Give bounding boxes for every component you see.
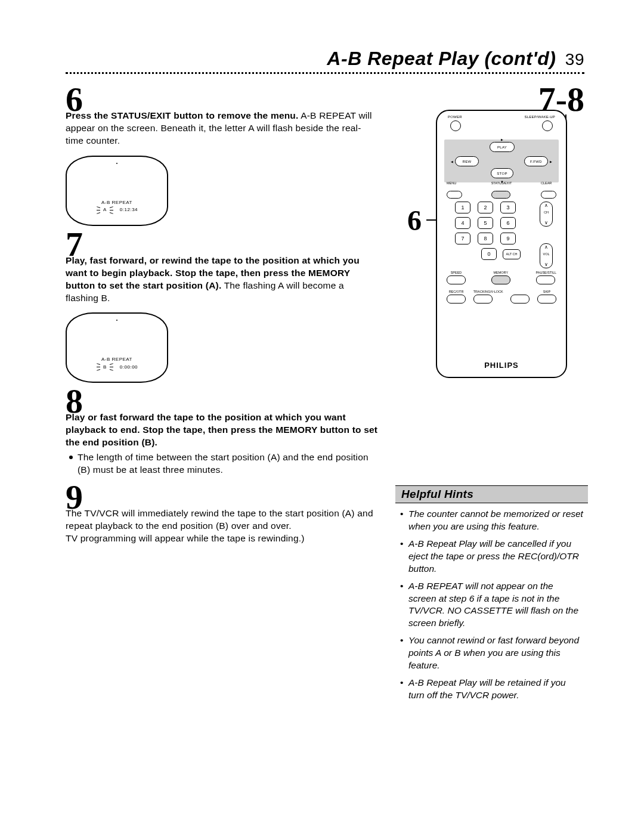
osd-letter: B — [103, 364, 107, 370]
remote-illustration: POWER SLEEP/WAKE-UP PLAY REW F.FWD STOP — [436, 110, 565, 378]
sleep-button[interactable] — [542, 120, 553, 131]
volume-rocker[interactable]: VOL — [540, 243, 553, 268]
power-button[interactable] — [450, 120, 461, 131]
osd-label: A-B REPEAT — [101, 200, 132, 205]
callout-6: 6 — [407, 206, 422, 235]
recotr-button[interactable] — [447, 295, 466, 304]
channel-rocker[interactable]: CH — [540, 202, 553, 227]
step-line2: TV programming will appear while the tap… — [66, 533, 305, 543]
two-column-layout: 6 Press the STATUS/EXIT button to remove… — [66, 85, 584, 551]
step-text: Play or fast forward the tape to the pos… — [66, 386, 379, 476]
osd-counter: 0:12:34 — [120, 207, 138, 212]
transport-cluster: PLAY REW F.FWD STOP — [444, 140, 559, 182]
step-9: 9 The TV/VCR will immediately rewind the… — [66, 482, 379, 545]
label-tracking: TRACKING/V-LOCK — [473, 290, 503, 293]
number-pad: 1 2 3 4 5 6 7 8 9 — [455, 202, 517, 244]
flash-rays-icon — [110, 207, 117, 213]
numkey-2[interactable]: 2 — [478, 202, 493, 213]
hint-item: A-B REPEAT will not appear on the screen… — [400, 580, 583, 630]
step-text: The TV/VCR will immediately rewind the t… — [66, 482, 379, 545]
helpful-hints-list: The counter cannot be memorized or reset… — [395, 503, 588, 702]
zero-altch-row: 0 ALT CH — [455, 248, 521, 260]
tracking-minus-button[interactable] — [473, 295, 493, 304]
numkey-6[interactable]: 6 — [500, 217, 516, 229]
page-title: A-B Repeat Play (cont'd) 39 — [66, 48, 584, 70]
label-status-exit: STATUS/EXIT — [491, 181, 512, 185]
step-7: 7 Play, fast forward, or rewind the tape… — [66, 230, 379, 305]
step-number: 9 — [66, 480, 83, 515]
remote-top-labels: POWER SLEEP/WAKE-UP — [448, 115, 555, 119]
status-exit-button[interactable] — [491, 191, 510, 199]
step-6: 6 Press the STATUS/EXIT button to remove… — [66, 85, 379, 147]
step-text: Play, fast forward, or rewind the tape t… — [66, 230, 379, 305]
memory-button[interactable] — [491, 275, 510, 284]
flash-rays-icon — [93, 364, 100, 370]
osd-letter: A — [103, 207, 107, 212]
flash-rays-icon — [93, 207, 100, 213]
osd-line2: A 0:12:34 — [93, 207, 138, 213]
bullet-item: The length of time between the start pos… — [66, 449, 379, 476]
label-recotr: REC/OTR — [447, 290, 466, 293]
label-pause: PAUSE/STILL — [536, 271, 556, 274]
ffwd-button[interactable]: F.FWD — [524, 156, 548, 166]
instruction-column: 6 Press the STATUS/EXIT button to remove… — [66, 85, 379, 551]
manual-page: A-B Repeat Play (cont'd) 39 6 Press the … — [0, 0, 644, 833]
label-power: POWER — [448, 115, 462, 119]
tv-screen-illustration-b: A-B REPEAT B 0:00:00 — [66, 312, 168, 383]
step-number: 8 — [66, 384, 83, 419]
speed-button[interactable] — [447, 275, 466, 284]
tv-dot — [116, 320, 117, 321]
channel-volume-rockers: CH VOL — [540, 202, 553, 268]
numkey-1[interactable]: 1 — [455, 202, 470, 213]
menu-button[interactable] — [447, 191, 462, 199]
step-bold: Press the STATUS/EXIT button to remove t… — [66, 110, 299, 120]
numkey-9[interactable]: 9 — [500, 233, 516, 244]
hint-item: You cannot rewind or fast forward beyond… — [400, 634, 583, 672]
label-memory: MEMORY — [491, 271, 510, 274]
page-number: 39 — [565, 50, 584, 69]
label-skip: SKIP — [537, 290, 556, 293]
step-number: 6 — [66, 82, 83, 117]
numkey-7[interactable]: 7 — [455, 233, 470, 244]
tracking-plus-button[interactable] — [510, 295, 530, 304]
osd-counter: 0:00:00 — [120, 364, 138, 370]
divider — [66, 72, 584, 74]
osd-line2: B 0:00:00 — [93, 364, 138, 370]
label-sleep: SLEEP/WAKE-UP — [525, 115, 555, 119]
step-number: 7 — [66, 227, 83, 262]
clear-button[interactable] — [541, 191, 556, 199]
rewind-button[interactable]: REW — [455, 156, 479, 166]
helpful-hints-title: Helpful Hints — [395, 485, 588, 503]
diagram-column: 7-8 6 POWER SLEEP/WAKE-UP — [392, 85, 584, 551]
numkey-4[interactable]: 4 — [455, 217, 470, 229]
numkey-0[interactable]: 0 — [481, 248, 497, 260]
speed-memory-pause-row: SPEED MEMORY PAUSE/STILL — [447, 271, 556, 284]
play-button[interactable]: PLAY — [490, 142, 515, 152]
flash-rays-icon — [110, 364, 117, 370]
numkey-8[interactable]: 8 — [478, 233, 493, 244]
step-text: Press the STATUS/EXIT button to remove t… — [66, 85, 379, 147]
step-bold: Play or fast forward the tape to the pos… — [66, 412, 377, 447]
label-clear: CLEAR — [541, 181, 556, 185]
bullet-dot-icon — [69, 456, 73, 459]
step-8: 8 Play or fast forward the tape to the p… — [66, 386, 379, 476]
stop-button[interactable]: STOP — [491, 168, 513, 178]
menu-status-clear-row: MENU STATUS/EXIT CLEAR — [447, 187, 556, 199]
osd-label: A-B REPEAT — [101, 357, 132, 362]
remote-top-buttons — [450, 120, 553, 131]
numkey-3[interactable]: 3 — [500, 202, 516, 213]
hint-item: The counter cannot be memorized or reset… — [400, 508, 583, 533]
hint-item: A-B Repeat Play will be cancelled if you… — [400, 538, 583, 575]
remote-brand: PHILIPS — [437, 361, 566, 370]
skip-button[interactable] — [537, 295, 556, 304]
helpful-hints-box: Helpful Hints The counter cannot be memo… — [395, 485, 588, 707]
remote-body: POWER SLEEP/WAKE-UP PLAY REW F.FWD STOP — [436, 110, 567, 378]
numkey-5[interactable]: 5 — [478, 217, 493, 229]
altch-button[interactable]: ALT CH — [503, 249, 521, 259]
hint-item: A-B Repeat Play will be retained if you … — [400, 677, 583, 702]
bottom-button-row: REC/OTR TRACKING/V-LOCK . SKIP — [447, 290, 556, 304]
pause-button[interactable] — [536, 275, 555, 284]
bullet-text: The length of time between the start pos… — [78, 451, 379, 476]
label-speed: SPEED — [447, 271, 466, 274]
tv-screen-illustration-a: A-B REPEAT A 0:12:34 — [66, 156, 168, 226]
